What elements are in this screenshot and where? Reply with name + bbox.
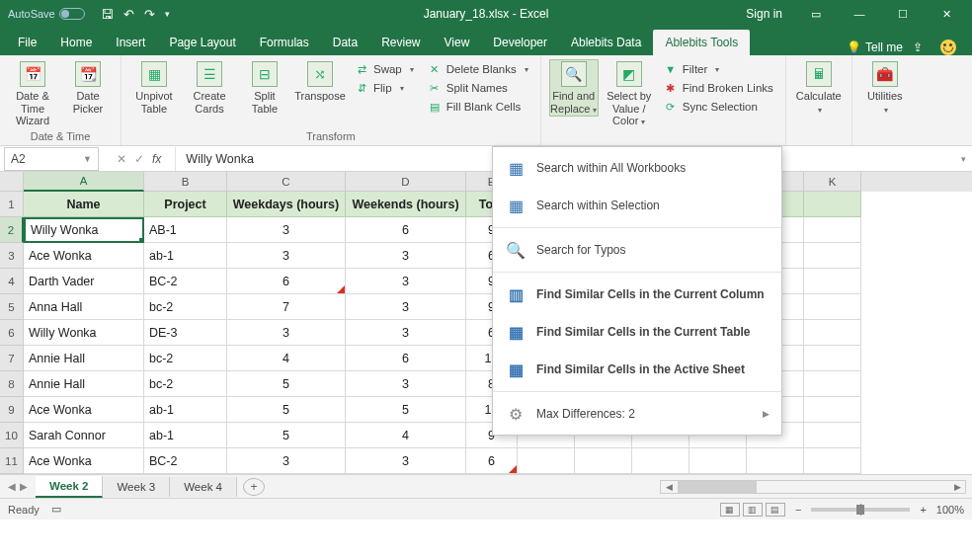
redo-icon[interactable]: ↷	[144, 7, 155, 22]
dd-similar-cells-sheet[interactable]: ▦Find Similar Cells in the Active Sheet	[493, 351, 781, 388]
cell-A1[interactable]: Name	[24, 192, 144, 217]
col-header-A[interactable]: A	[24, 172, 144, 192]
dd-search-selection[interactable]: ▦Search within Selection	[493, 187, 781, 224]
row-header-5[interactable]: 5	[0, 294, 24, 320]
cell-C6[interactable]: 3	[227, 320, 346, 346]
worksheet-grid[interactable]: ABCDEFGHIJK 1NameProjectWeekdays (hours)…	[0, 172, 972, 474]
scroll-left-icon[interactable]: ◀	[661, 482, 677, 492]
row-header-2[interactable]: 2	[0, 217, 24, 243]
cell-A11[interactable]: Ace Wonka	[24, 448, 144, 474]
split-names-button[interactable]: ✂Split Names	[424, 80, 532, 96]
select-all-corner[interactable]	[0, 172, 24, 192]
tab-view[interactable]: View	[433, 30, 482, 55]
cell-A2[interactable]: Willy Wonka	[24, 217, 144, 243]
date-time-wizard-button[interactable]: 📅 Date &Time Wizard	[8, 59, 57, 127]
cell-I11[interactable]	[689, 448, 747, 474]
view-normal-icon[interactable]: ▦	[720, 503, 740, 517]
row-header-6[interactable]: 6	[0, 320, 24, 346]
transpose-button[interactable]: ⤭Transpose	[295, 59, 345, 103]
cell-B9[interactable]: ab-1	[144, 397, 227, 423]
split-table-button[interactable]: ⊟SplitTable	[240, 59, 289, 115]
cell-K8[interactable]	[804, 371, 861, 397]
cell-B7[interactable]: bc-2	[144, 346, 227, 371]
cell-C5[interactable]: 7	[227, 294, 346, 320]
cell-B1[interactable]: Project	[144, 192, 227, 217]
cell-K9[interactable]	[804, 397, 861, 423]
zoom-in-icon[interactable]: +	[920, 504, 926, 516]
sync-selection-button[interactable]: ⟳Sync Selection	[660, 99, 777, 115]
find-and-replace-button[interactable]: 🔍Find andReplace	[549, 59, 599, 117]
unpivot-table-button[interactable]: ▦UnpivotTable	[129, 59, 179, 115]
cell-K6[interactable]	[804, 320, 861, 346]
cell-C9[interactable]: 5	[227, 397, 346, 423]
cell-B2[interactable]: AB-1	[144, 217, 227, 243]
tab-formulas[interactable]: Formulas	[248, 30, 321, 55]
row-header-9[interactable]: 9	[0, 397, 24, 423]
cell-B8[interactable]: bc-2	[144, 371, 227, 397]
dd-similar-cells-column[interactable]: ▥Find Similar Cells in the Current Colum…	[493, 276, 781, 313]
dd-search-all-workbooks[interactable]: ▦Search within All Workbooks	[493, 149, 781, 187]
cell-K5[interactable]	[804, 294, 861, 320]
tab-file[interactable]: File	[6, 30, 48, 55]
row-header-8[interactable]: 8	[0, 371, 24, 397]
maximize-icon[interactable]: ☐	[883, 0, 923, 28]
undo-icon[interactable]: ↶	[123, 7, 134, 22]
cell-A9[interactable]: Ace Wonka	[24, 397, 144, 423]
cell-C4[interactable]: 6	[227, 269, 346, 294]
swap-button[interactable]: ⇄Swap	[351, 61, 418, 77]
cell-K10[interactable]	[804, 423, 861, 448]
filter-button[interactable]: ▼Filter	[660, 61, 777, 77]
cell-D4[interactable]: 3	[346, 269, 466, 294]
save-icon[interactable]: 🖫	[101, 7, 114, 22]
delete-blanks-button[interactable]: ✕Delete Blanks	[424, 61, 532, 77]
macro-record-icon[interactable]: ▭	[51, 503, 61, 516]
cell-B4[interactable]: BC-2	[144, 269, 227, 294]
cell-A8[interactable]: Annie Hall	[24, 371, 144, 397]
zoom-out-icon[interactable]: −	[795, 504, 801, 516]
name-box[interactable]: A2 ▼	[4, 147, 99, 171]
sheet-nav-prev-icon[interactable]: ◀	[8, 481, 16, 492]
tab-home[interactable]: Home	[48, 30, 104, 55]
cell-A10[interactable]: Sarah Connor	[24, 423, 144, 448]
cell-B10[interactable]: ab-1	[144, 423, 227, 448]
horizontal-scrollbar[interactable]: ◀ ▶	[265, 480, 972, 494]
cell-K3[interactable]	[804, 243, 861, 269]
utilities-button[interactable]: 🧰Utilities	[860, 59, 910, 115]
expand-formula-bar-icon[interactable]: ▾	[954, 154, 972, 164]
tab-ablebits-tools[interactable]: Ablebits Tools	[653, 30, 750, 55]
flip-button[interactable]: ⇵Flip	[351, 80, 418, 96]
cell-F11[interactable]	[518, 448, 575, 474]
cell-K1[interactable]	[804, 192, 861, 217]
cell-B11[interactable]: BC-2	[144, 448, 227, 474]
signin-link[interactable]: Sign in	[746, 7, 782, 21]
view-page-break-icon[interactable]: ▤	[766, 503, 785, 517]
cell-C2[interactable]: 3	[227, 217, 346, 243]
cell-B5[interactable]: bc-2	[144, 294, 227, 320]
zoom-level[interactable]: 100%	[936, 504, 964, 516]
cell-D8[interactable]: 3	[346, 371, 466, 397]
col-header-C[interactable]: C	[227, 172, 346, 192]
cancel-icon[interactable]: ✕	[117, 152, 126, 166]
tellme-search[interactable]: 💡 Tell me	[847, 40, 903, 54]
cell-D5[interactable]: 3	[346, 294, 466, 320]
col-header-K[interactable]: K	[804, 172, 861, 192]
cell-K4[interactable]	[804, 269, 861, 294]
tab-insert[interactable]: Insert	[104, 30, 157, 55]
cell-B6[interactable]: DE-3	[144, 320, 227, 346]
feedback-icon[interactable]	[940, 40, 956, 55]
cell-D2[interactable]: 6	[346, 217, 466, 243]
enter-icon[interactable]: ✓	[134, 152, 144, 166]
fx-icon[interactable]: fx	[152, 152, 161, 166]
select-by-value-color-button[interactable]: ◩Select byValue / Color	[605, 59, 654, 127]
row-header-4[interactable]: 4	[0, 269, 24, 294]
row-header-10[interactable]: 10	[0, 423, 24, 448]
qat-customize-icon[interactable]: ▾	[165, 9, 170, 19]
cell-A4[interactable]: Darth Vader	[24, 269, 144, 294]
sheet-nav-next-icon[interactable]: ▶	[20, 481, 28, 492]
date-picker-button[interactable]: 📆 DatePicker	[63, 59, 113, 115]
dd-similar-cells-table[interactable]: ▦Find Similar Cells in the Current Table	[493, 313, 781, 351]
cell-A6[interactable]: Willy Wonka	[24, 320, 144, 346]
dd-search-typos[interactable]: 🔍Search for Typos	[493, 231, 781, 269]
new-sheet-button[interactable]: +	[243, 478, 265, 496]
cell-D7[interactable]: 6	[346, 346, 466, 371]
